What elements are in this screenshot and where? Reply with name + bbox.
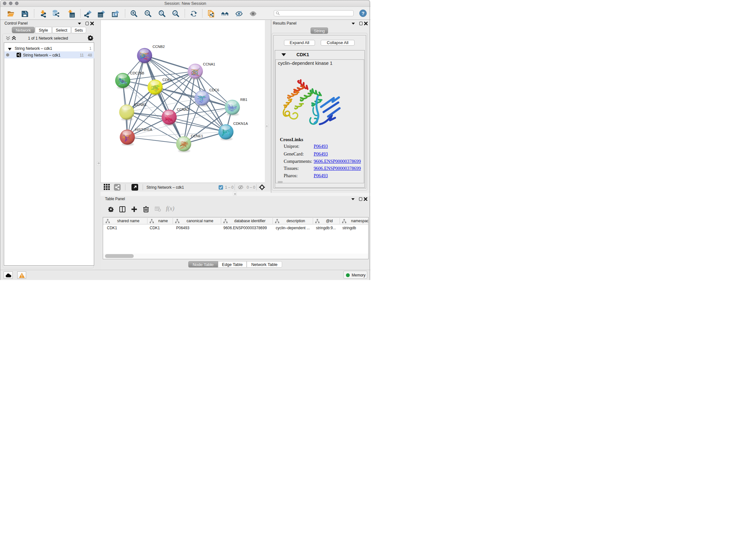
svg-text:CCNB1: CCNB1 — [134, 103, 146, 107]
svg-text:CCNB2: CCNB2 — [152, 45, 165, 49]
svg-text:CDKN1A: CDKN1A — [233, 122, 248, 125]
svg-text:HIST1H1A: HIST1H1A — [135, 128, 152, 132]
svg-text:CCNE1: CCNE1 — [191, 134, 203, 138]
svg-text:CDC25B: CDC25B — [130, 71, 145, 75]
svg-text:RB1: RB1 — [240, 98, 247, 102]
svg-text:CCNA2: CCNA2 — [177, 108, 189, 111]
svg-text:CDC6: CDC6 — [209, 88, 219, 92]
svg-text:CCNA1: CCNA1 — [203, 62, 215, 66]
svg-text:CDK1: CDK1 — [162, 78, 172, 82]
